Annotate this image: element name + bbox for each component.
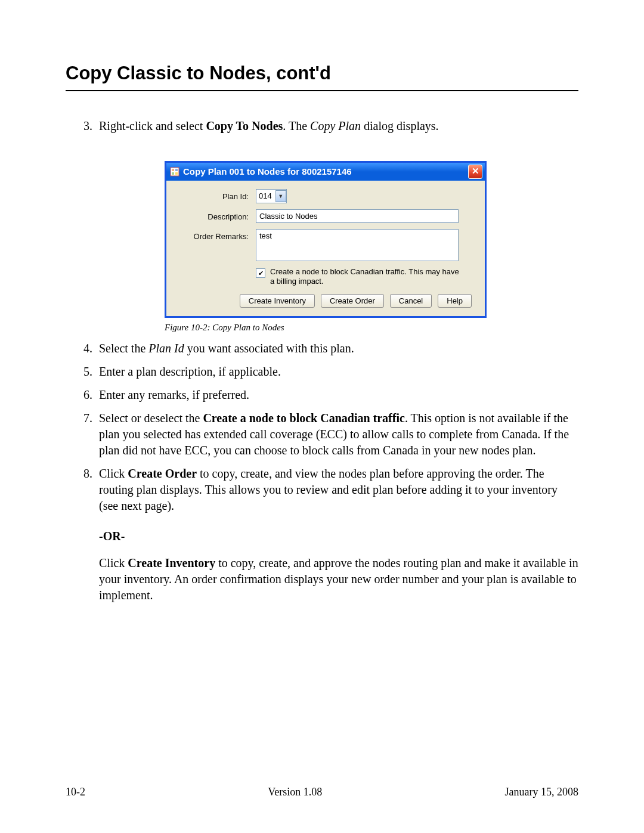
close-button[interactable]: ✕ <box>468 165 482 179</box>
step-5: Enter a plan description, if applicable. <box>95 364 578 380</box>
step-4-text-a: Select the <box>99 342 148 355</box>
block-canadian-checkbox[interactable]: ✔ <box>256 268 265 278</box>
page-title: Copy Classic to Nodes, cont'd <box>66 63 578 84</box>
check-icon: ✔ <box>258 269 264 278</box>
footer-left: 10-2 <box>66 786 85 798</box>
create-inventory-button[interactable]: Create Inventory <box>240 294 315 308</box>
figure-caption: Figure 10-2: Copy Plan to Nodes <box>165 321 487 333</box>
or-label: -OR- <box>99 528 578 544</box>
copy-plan-dialog: Copy Plan 001 to Nodes for 8002157146 ✕ … <box>165 161 487 318</box>
block-canadian-label: Create a node to block Canadian traffic.… <box>270 267 461 286</box>
dialog-titlebar: Copy Plan 001 to Nodes for 8002157146 ✕ <box>166 163 485 181</box>
create-order-button[interactable]: Create Order <box>321 294 384 308</box>
description-input[interactable] <box>256 209 459 223</box>
step-8-text-a: Click <box>99 467 128 480</box>
help-button[interactable]: Help <box>438 294 472 308</box>
svg-rect-4 <box>175 172 178 175</box>
step-3: Right-click and select Copy To Nodes. Th… <box>95 118 578 333</box>
footer-center: Version 1.08 <box>268 786 322 798</box>
step-7-text-a: Select or deselect the <box>99 411 203 425</box>
step-3-text-c: dialog displays. <box>361 119 439 132</box>
svg-rect-2 <box>175 169 178 171</box>
chevron-down-icon: ▼ <box>275 190 286 202</box>
plan-id-select[interactable]: 014 ▼ <box>256 189 287 203</box>
description-label: Description: <box>177 209 256 222</box>
order-remarks-input[interactable]: test <box>256 229 459 261</box>
or-para-bold: Create Inventory <box>128 556 215 569</box>
plan-id-value: 014 <box>259 191 272 202</box>
dialog-title: Copy Plan 001 to Nodes for 8002157146 <box>183 166 352 178</box>
step-8: Click Create Order to copy, create, and … <box>95 466 578 603</box>
footer-right: January 15, 2008 <box>505 786 578 798</box>
or-para-a: Click <box>99 556 128 569</box>
step-3-bold: Copy To Nodes <box>206 119 283 132</box>
step-7: Select or deselect the Create a node to … <box>95 410 578 459</box>
order-remarks-label: Order Remarks: <box>177 229 256 242</box>
step-4-text-b: you want associated with this plan. <box>184 342 354 355</box>
svg-rect-1 <box>172 169 174 171</box>
step-3-text-a: Right-click and select <box>99 119 206 132</box>
title-rule <box>66 90 578 91</box>
cancel-button[interactable]: Cancel <box>390 294 432 308</box>
step-3-text-b: . The <box>283 119 310 132</box>
page-footer: 10-2 Version 1.08 January 15, 2008 <box>66 786 578 798</box>
step-7-bold: Create a node to block Canadian traffic <box>203 411 405 425</box>
close-icon: ✕ <box>472 166 479 176</box>
app-icon <box>170 167 179 176</box>
figure-copy-plan: Copy Plan 001 to Nodes for 8002157146 ✕ … <box>165 161 487 333</box>
step-4-ital: Plan Id <box>148 342 184 355</box>
svg-rect-3 <box>172 172 174 175</box>
plan-id-label: Plan Id: <box>177 189 256 202</box>
step-4: Select the Plan Id you want associated w… <box>95 340 578 357</box>
or-paragraph: Click Create Inventory to copy, create, … <box>99 555 578 603</box>
step-8-bold: Create Order <box>128 467 197 480</box>
step-6: Enter any remarks, if preferred. <box>95 387 578 403</box>
step-3-ital: Copy Plan <box>310 119 361 132</box>
